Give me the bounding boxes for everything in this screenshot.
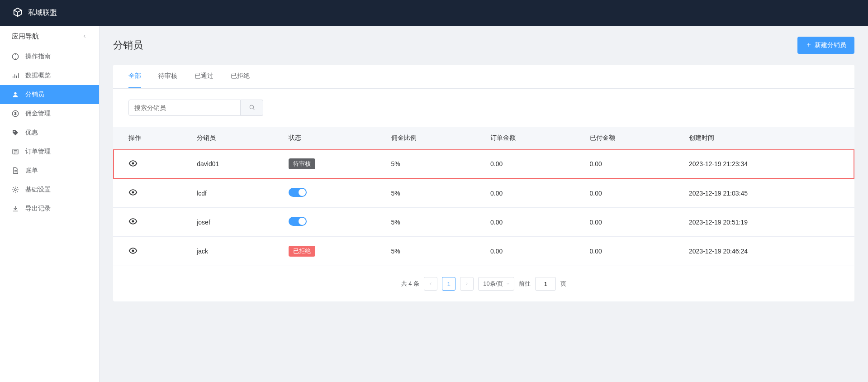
pagination-next-button[interactable] [460, 277, 474, 291]
svg-point-6 [250, 105, 253, 109]
cell-status: 已拒绝 [273, 237, 376, 266]
cell-distributor: david01 [181, 149, 273, 179]
cell-paid-amount: 0.00 [574, 179, 674, 208]
status-toggle[interactable] [289, 188, 307, 197]
cube-icon [13, 7, 23, 19]
tag-icon [12, 129, 19, 136]
pagination-goto-input[interactable] [535, 277, 556, 291]
cell-status [273, 208, 376, 237]
page-header: 分销员 新建分销员 [113, 37, 854, 54]
status-toggle[interactable] [289, 217, 307, 226]
cell-order-amount: 0.00 [475, 208, 574, 237]
sidebar-item-tag[interactable]: 优惠 [0, 123, 99, 142]
cell-order-amount: 0.00 [475, 149, 574, 179]
chevron-left-icon[interactable] [82, 33, 87, 40]
status-badge: 已拒绝 [289, 246, 315, 257]
user-icon [12, 91, 19, 98]
gear-icon [12, 186, 19, 193]
sidebar-item-chart-bar[interactable]: 数据概览 [0, 66, 99, 85]
main-content: 分销员 新建分销员 全部待审核已通过已拒绝 [100, 26, 868, 382]
page-title: 分销员 [113, 38, 143, 52]
list-icon [12, 148, 19, 155]
file-icon [12, 167, 19, 174]
app-logo: 私域联盟 [13, 7, 57, 19]
sidebar-item-label: 导出记录 [25, 205, 51, 213]
sidebar-item-dollar[interactable]: 佣金管理 [0, 104, 99, 123]
svg-point-10 [132, 249, 134, 252]
cell-distributor: josef [181, 208, 273, 237]
cell-distributor: lcdf [181, 179, 273, 208]
cell-created-at: 2023-12-19 20:51:19 [674, 208, 854, 237]
svg-point-1 [14, 92, 16, 95]
cell-distributor: jack [181, 237, 273, 266]
sidebar-item-compass[interactable]: 操作指南 [0, 47, 99, 66]
table-row: josef5%0.000.002023-12-19 20:51:19 [113, 208, 854, 237]
pagination-page-size-select[interactable]: 10条/页 [478, 277, 514, 291]
content-card: 全部待审核已通过已拒绝 操作分销员状态佣金比例订单金额已付金额创建时间 davi… [113, 65, 854, 301]
table-column-header: 已付金额 [574, 127, 674, 149]
distributor-table: 操作分销员状态佣金比例订单金额已付金额创建时间 david01待审核5%0.00… [113, 127, 854, 266]
tab-3[interactable]: 已拒绝 [231, 65, 250, 88]
tab-2[interactable]: 已通过 [194, 65, 213, 88]
cell-rate: 5% [376, 149, 475, 179]
cell-paid-amount: 0.00 [574, 208, 674, 237]
page-size-label: 10条/页 [483, 280, 503, 288]
sidebar-item-gear[interactable]: 基础设置 [0, 180, 99, 199]
pagination-page-1[interactable]: 1 [442, 277, 455, 291]
view-icon[interactable] [128, 162, 138, 169]
cell-rate: 5% [376, 237, 475, 266]
chevron-down-icon [506, 281, 510, 287]
svg-point-8 [132, 191, 134, 194]
table-row: david01待审核5%0.000.002023-12-19 21:23:34 [113, 149, 854, 179]
table-column-header: 状态 [273, 127, 376, 149]
svg-point-7 [132, 162, 134, 164]
view-icon[interactable] [128, 191, 138, 198]
app-title: 私域联盟 [28, 8, 57, 18]
cell-created-at: 2023-12-19 21:23:34 [674, 149, 854, 179]
sidebar-item-download[interactable]: 导出记录 [0, 199, 99, 218]
cell-status: 待审核 [273, 149, 376, 179]
sidebar-item-label: 分销员 [25, 91, 44, 99]
cell-created-at: 2023-12-19 20:46:24 [674, 237, 854, 266]
svg-point-9 [132, 220, 134, 223]
search-input[interactable] [128, 100, 241, 116]
sidebar: 应用导航 操作指南数据概览分销员佣金管理优惠订单管理账单基础设置导出记录 [0, 26, 100, 382]
pagination-total: 共 4 条 [401, 280, 419, 288]
create-distributor-button[interactable]: 新建分销员 [797, 37, 854, 54]
table-column-header: 分销员 [181, 127, 273, 149]
tabs: 全部待审核已通过已拒绝 [113, 65, 854, 89]
cell-order-amount: 0.00 [475, 237, 574, 266]
cell-paid-amount: 0.00 [574, 149, 674, 179]
table-column-header: 订单金额 [475, 127, 574, 149]
download-icon [12, 205, 19, 212]
cell-rate: 5% [376, 208, 475, 237]
app-header: 私域联盟 [0, 0, 868, 26]
tab-1[interactable]: 待审核 [158, 65, 177, 88]
view-icon[interactable] [128, 249, 138, 257]
sidebar-item-list[interactable]: 订单管理 [0, 142, 99, 161]
tab-0[interactable]: 全部 [128, 65, 141, 88]
view-icon[interactable] [128, 220, 138, 227]
dollar-icon [12, 110, 19, 117]
sidebar-header-label: 应用导航 [12, 32, 39, 41]
svg-point-3 [14, 131, 15, 132]
sidebar-item-file[interactable]: 账单 [0, 161, 99, 180]
sidebar-header: 应用导航 [0, 26, 99, 47]
table-header-row: 操作分销员状态佣金比例订单金额已付金额创建时间 [113, 127, 854, 149]
table-row: jack已拒绝5%0.000.002023-12-19 20:46:24 [113, 237, 854, 266]
search-button[interactable] [241, 100, 263, 116]
sidebar-item-user[interactable]: 分销员 [0, 85, 99, 104]
table-column-header: 操作 [113, 127, 181, 149]
sidebar-item-label: 基础设置 [25, 186, 51, 194]
toolbar [113, 89, 854, 127]
search-box [128, 100, 839, 116]
chevron-left-icon [428, 281, 433, 287]
pagination-prev-button[interactable] [424, 277, 437, 291]
sidebar-item-label: 优惠 [25, 129, 38, 137]
sidebar-item-label: 操作指南 [25, 53, 51, 61]
sidebar-item-label: 数据概览 [25, 72, 51, 80]
cell-paid-amount: 0.00 [574, 237, 674, 266]
pagination: 共 4 条 1 10条/页 前往 页 [113, 266, 854, 301]
cell-created-at: 2023-12-19 21:03:45 [674, 179, 854, 208]
compass-icon [12, 53, 19, 60]
